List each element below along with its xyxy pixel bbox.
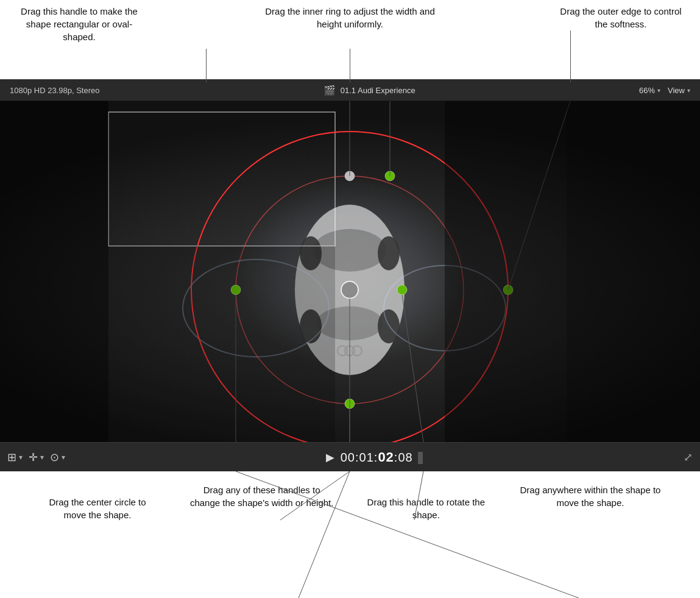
annotation-line-top-left: [206, 49, 207, 82]
zoom-button[interactable]: 66% ▾: [639, 86, 660, 95]
annotation-bottom-left: Drag the center circle to move the shape…: [37, 484, 158, 521]
controls-right: ⤢: [684, 451, 693, 464]
annotation-line-top-center: [350, 49, 350, 82]
fullscreen-icon: ⤢: [684, 451, 693, 463]
splash-effect: [235, 174, 466, 369]
player-header: 1080p HD 23.98p, Stereo 🎬 01.1 Audi Expe…: [0, 79, 700, 101]
view-toggle-button[interactable]: ⊞ ▾: [7, 451, 23, 464]
timecode-display: 00:01:02:08: [341, 449, 423, 465]
speed-button[interactable]: ⊙ ▾: [50, 451, 65, 464]
annotation-bottom-right: Drag anywhere within the shape to move t…: [517, 484, 663, 509]
view-chevron-icon: ▾: [687, 87, 690, 94]
speed-chevron: ▾: [62, 453, 65, 462]
annotation-bottom-left-text: Drag the center circle to move the shape…: [49, 497, 146, 520]
annotation-top-left: Drag this handle to make the shape recta…: [12, 5, 146, 43]
transform-icon: ✛: [29, 451, 38, 464]
zoom-chevron-icon: ▾: [657, 87, 660, 94]
player-controls: ⊞ ▾ ✛ ▾ ⊙ ▾ ▶ 00:01:02:08 ⤢: [0, 442, 700, 471]
clip-info: 🎬 01.1 Audi Experience: [323, 85, 415, 96]
annotations-bottom: Drag the center circle to move the shape…: [0, 471, 700, 598]
controls-center: ▶ 00:01:02:08: [326, 449, 423, 465]
speed-icon: ⊙: [50, 451, 59, 464]
annotation-bottom-center-right-text: Drag this handle to rotate the shape.: [367, 497, 485, 520]
view-toggle-icon: ⊞: [7, 451, 16, 464]
view-label: View: [668, 86, 685, 95]
play-button[interactable]: ▶: [326, 451, 334, 464]
annotation-top-center: Drag the inner ring to adjust the width …: [265, 5, 436, 30]
format-label: 1080p HD 23.98p, Stereo: [10, 86, 99, 95]
transform-button[interactable]: ✛ ▾: [29, 451, 44, 464]
view-toggle-chevron: ▾: [19, 453, 23, 462]
annotation-line-top-right: [570, 30, 571, 82]
annotation-bottom-center-left: Drag any of these handles to change the …: [189, 484, 335, 509]
video-area: [0, 101, 700, 442]
annotation-top-right: Drag the outer edge to control the softn…: [554, 5, 688, 30]
annotations-top: Drag this handle to make the shape recta…: [0, 0, 700, 79]
player-header-right: 66% ▾ View ▾: [639, 86, 690, 95]
timecode-text: 00:01:02:08: [341, 451, 413, 464]
timecode-cursor: [418, 452, 423, 464]
zoom-label: 66%: [639, 86, 655, 95]
transform-chevron: ▾: [40, 453, 44, 462]
controls-left: ⊞ ▾ ✛ ▾ ⊙ ▾: [7, 451, 65, 464]
view-button[interactable]: View ▾: [668, 86, 690, 95]
play-icon: ▶: [326, 451, 334, 463]
fullscreen-button[interactable]: ⤢: [684, 451, 693, 464]
annotation-bottom-right-text: Drag anywhere within the shape to move t…: [520, 485, 660, 508]
clapper-icon: 🎬: [323, 85, 336, 96]
annotation-bottom-center-left-text: Drag any of these handles to change the …: [190, 485, 334, 508]
clip-name: 01.1 Audi Experience: [341, 86, 415, 95]
annotation-bottom-center-right: Drag this handle to rotate the shape.: [365, 484, 487, 521]
